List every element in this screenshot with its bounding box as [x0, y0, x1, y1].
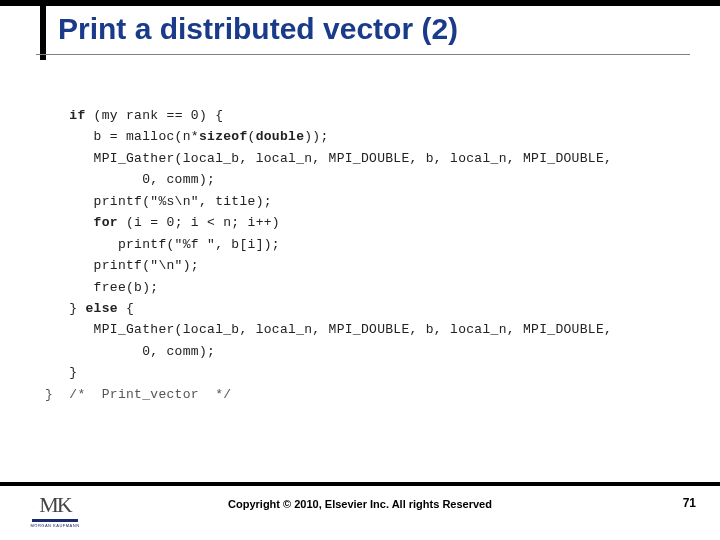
- copyright-text: Copyright © 2010, Elsevier Inc. All righ…: [0, 498, 720, 510]
- code-block: if (my rank == 0) { b = malloc(n*sizeof(…: [45, 105, 688, 405]
- logo-subtext: MORGAN KAUFMANN: [30, 523, 79, 528]
- top-accent-bar: [0, 0, 720, 6]
- slide-title: Print a distributed vector (2): [58, 12, 458, 46]
- left-accent-bar: [40, 0, 46, 60]
- page-number: 71: [683, 496, 696, 510]
- publisher-logo: MK MORGAN KAUFMANN: [30, 490, 80, 530]
- logo-divider: [32, 519, 78, 522]
- bottom-accent-bar: [0, 482, 720, 486]
- title-underline: [36, 54, 690, 55]
